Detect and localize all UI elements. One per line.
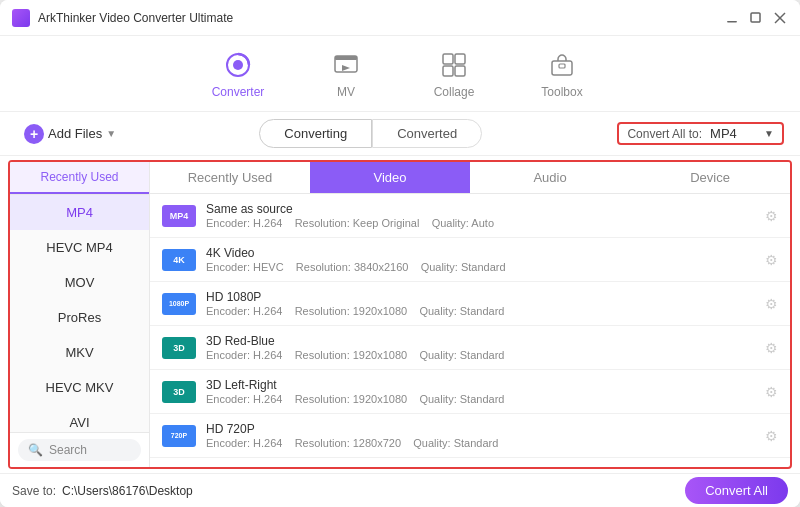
video-format-item[interactable]: MP4 Same as source Encoder: H.264 Resolu… xyxy=(150,194,790,238)
format-badge: 4K xyxy=(162,249,196,271)
format-item-hevc-mkv[interactable]: HEVC MKV xyxy=(10,370,149,405)
window-controls xyxy=(724,10,788,26)
format-name: HD 1080P xyxy=(206,290,755,304)
format-detail: Encoder: H.264 Resolution: 1920x1080 Qua… xyxy=(206,393,755,405)
video-format-item[interactable]: 1080P HD 1080P Encoder: H.264 Resolution… xyxy=(150,282,790,326)
format-item-mov[interactable]: MOV xyxy=(10,265,149,300)
convert-all-arrow-icon: ▼ xyxy=(764,128,774,139)
settings-icon[interactable]: ⚙ xyxy=(765,252,778,268)
format-panel: Recently Used MP4 HEVC MP4 MOV ProRes MK… xyxy=(8,160,792,469)
add-files-arrow: ▼ xyxy=(106,128,116,139)
format-item-mkv[interactable]: MKV xyxy=(10,335,149,370)
nav-converter[interactable]: Converter xyxy=(208,49,268,99)
converted-tab[interactable]: Converted xyxy=(372,119,482,148)
content-device-tab[interactable]: Device xyxy=(630,162,790,193)
format-quality: Quality: Auto xyxy=(432,217,494,229)
converting-tab[interactable]: Converting xyxy=(259,119,372,148)
nav-collage[interactable]: Collage xyxy=(424,49,484,99)
format-item-hevc-mp4[interactable]: HEVC MP4 xyxy=(10,230,149,265)
search-placeholder: Search xyxy=(49,443,87,457)
nav-mv[interactable]: MV xyxy=(316,49,376,99)
video-format-item[interactable]: 3D 3D Left-Right Encoder: H.264 Resoluti… xyxy=(150,370,790,414)
sidebar-tabs-header: Recently Used xyxy=(10,162,149,195)
format-quality: Quality: Standard xyxy=(419,349,504,361)
recently-used-tab[interactable]: Recently Used xyxy=(10,162,149,194)
format-name: 3D Red-Blue xyxy=(206,334,755,348)
convert-all-select[interactable]: MP4 MOV AVI MKV xyxy=(710,126,756,141)
nav-toolbox-label: Toolbox xyxy=(541,85,582,99)
svg-rect-9 xyxy=(455,54,465,64)
nav-toolbox[interactable]: Toolbox xyxy=(532,49,592,99)
format-detail: Encoder: H.264 Resolution: Keep Original… xyxy=(206,217,755,229)
format-name: 640P xyxy=(206,466,755,467)
app-title: ArkThinker Video Converter Ultimate xyxy=(38,11,724,25)
format-info: 4K Video Encoder: HEVC Resolution: 3840x… xyxy=(206,246,755,273)
format-name: 4K Video xyxy=(206,246,755,260)
format-detail: Encoder: H.264 Resolution: 1920x1080 Qua… xyxy=(206,305,755,317)
format-badge: 3D xyxy=(162,337,196,359)
video-format-item[interactable]: 3D 3D Red-Blue Encoder: H.264 Resolution… xyxy=(150,326,790,370)
mv-icon xyxy=(330,49,362,81)
format-content: Recently Used Video Audio Device MP4 Sam… xyxy=(150,162,790,467)
app-icon xyxy=(12,9,30,27)
format-info: 640P Encoder: H.264 Resolution: 960x640 … xyxy=(206,466,755,467)
format-quality: Quality: Standard xyxy=(419,305,504,317)
nav-mv-label: MV xyxy=(337,85,355,99)
format-item-prores[interactable]: ProRes xyxy=(10,300,149,335)
format-quality: Quality: Standard xyxy=(413,437,498,449)
format-item-avi[interactable]: AVI xyxy=(10,405,149,432)
svg-rect-13 xyxy=(559,64,565,68)
format-quality: Quality: Standard xyxy=(421,261,506,273)
format-detail: Encoder: HEVC Resolution: 3840x2160 Qual… xyxy=(206,261,755,273)
format-badge: 720P xyxy=(162,425,196,447)
restore-button[interactable] xyxy=(748,10,764,26)
format-badge: 1080P xyxy=(162,293,196,315)
svg-point-5 xyxy=(233,60,243,70)
title-bar: ArkThinker Video Converter Ultimate xyxy=(0,0,800,36)
collage-icon xyxy=(438,49,470,81)
close-button[interactable] xyxy=(772,10,788,26)
format-name: Same as source xyxy=(206,202,755,216)
add-files-plus-icon: + xyxy=(24,124,44,144)
format-badge: 3D xyxy=(162,381,196,403)
settings-icon[interactable]: ⚙ xyxy=(765,384,778,400)
add-files-label: Add Files xyxy=(48,126,102,141)
format-detail: Encoder: H.264 Resolution: 1280x720 Qual… xyxy=(206,437,755,449)
converting-tabs: Converting Converted xyxy=(124,119,617,148)
add-files-button[interactable]: + Add Files ▼ xyxy=(16,120,124,148)
video-format-item[interactable]: 720P HD 720P Encoder: H.264 Resolution: … xyxy=(150,414,790,458)
save-to-path: C:\Users\86176\Desktop xyxy=(62,484,193,498)
settings-icon[interactable]: ⚙ xyxy=(765,340,778,356)
format-sidebar: Recently Used MP4 HEVC MP4 MOV ProRes MK… xyxy=(10,162,150,467)
video-format-item[interactable]: 640P 640P Encoder: H.264 Resolution: 960… xyxy=(150,458,790,467)
format-detail: Encoder: H.264 Resolution: 1920x1080 Qua… xyxy=(206,349,755,361)
settings-icon[interactable]: ⚙ xyxy=(765,208,778,224)
search-box[interactable]: 🔍 Search xyxy=(18,439,141,461)
converter-icon xyxy=(222,49,254,81)
content-video-tab[interactable]: Video xyxy=(310,162,470,193)
format-info: HD 720P Encoder: H.264 Resolution: 1280x… xyxy=(206,422,755,449)
content-audio-tab[interactable]: Audio xyxy=(470,162,630,193)
format-name: HD 720P xyxy=(206,422,755,436)
content-recently-used-tab[interactable]: Recently Used xyxy=(150,162,310,193)
svg-rect-10 xyxy=(443,66,453,76)
svg-rect-11 xyxy=(455,66,465,76)
settings-icon[interactable]: ⚙ xyxy=(765,428,778,444)
format-info: 3D Red-Blue Encoder: H.264 Resolution: 1… xyxy=(206,334,755,361)
video-format-item[interactable]: 4K 4K Video Encoder: HEVC Resolution: 38… xyxy=(150,238,790,282)
format-info: HD 1080P Encoder: H.264 Resolution: 1920… xyxy=(206,290,755,317)
format-info: Same as source Encoder: H.264 Resolution… xyxy=(206,202,755,229)
toolbar: + Add Files ▼ Converting Converted Conve… xyxy=(0,112,800,156)
settings-icon[interactable]: ⚙ xyxy=(765,296,778,312)
format-item-mp4[interactable]: MP4 xyxy=(10,195,149,230)
convert-all-button[interactable]: Convert All xyxy=(685,477,788,504)
toolbox-icon xyxy=(546,49,578,81)
format-content-tabs: Recently Used Video Audio Device xyxy=(150,162,790,194)
main-content: Recently Used MP4 HEVC MP4 MOV ProRes MK… xyxy=(0,156,800,473)
save-to-label: Save to: xyxy=(12,484,56,498)
convert-all-label: Convert All to: xyxy=(627,127,702,141)
app-window: ArkThinker Video Converter Ultimate xyxy=(0,0,800,507)
bottom-bar: Save to: C:\Users\86176\Desktop Convert … xyxy=(0,473,800,507)
video-format-list: MP4 Same as source Encoder: H.264 Resolu… xyxy=(150,194,790,467)
minimize-button[interactable] xyxy=(724,10,740,26)
